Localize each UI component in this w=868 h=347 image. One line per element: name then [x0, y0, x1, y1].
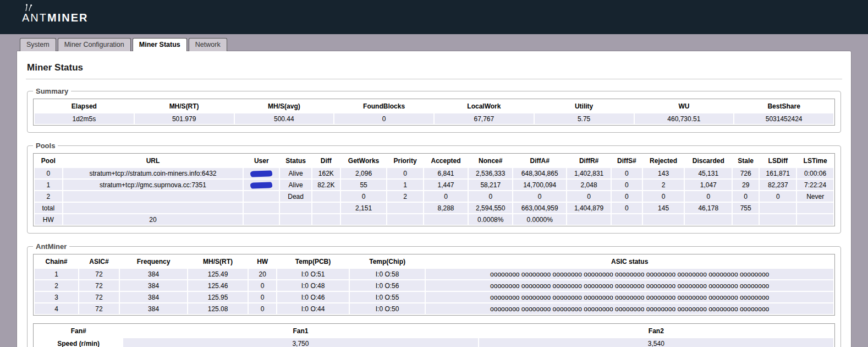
column-header: URL	[63, 155, 243, 167]
column-header: Accepted	[424, 155, 468, 167]
table-cell: 1d2m5s	[35, 113, 134, 124]
tab-miner-configuration[interactable]: Miner Configuration	[58, 38, 131, 51]
tab-miner-status[interactable]: Miner Status	[133, 38, 187, 51]
table-cell	[643, 214, 684, 225]
table-cell: HW	[35, 214, 62, 225]
table-cell: I:0 O:56	[350, 280, 425, 291]
column-header: Rejected	[643, 155, 684, 167]
table-cell: 72	[79, 292, 119, 302]
table-cell: 7:22:24	[797, 180, 833, 190]
table-cell: 2	[35, 280, 78, 291]
table-cell: 2,096	[341, 168, 387, 178]
column-header: WU	[635, 100, 734, 112]
table-cell: stratum+tcp://gmc.suprnova.cc:7351	[63, 180, 243, 190]
table-cell: stratum+tcp://stratum.coin-miners.info:6…	[63, 168, 243, 178]
table-cell: oooooooo oooooooo oooooooo oooooooo oooo…	[426, 269, 833, 279]
table-cell: 0.0008%	[469, 214, 512, 225]
table-cell: 0	[685, 191, 732, 202]
table-cell: 726	[733, 168, 759, 178]
table-cell: I:0 O:48	[277, 280, 348, 291]
column-header: Fan2	[479, 325, 833, 337]
table-cell: 0	[733, 191, 759, 202]
table-cell: Speed (r/min)	[35, 338, 122, 347]
table-cell: 0:00:06	[797, 168, 833, 178]
column-header: MH/S(RT)	[188, 256, 248, 268]
table-cell: 5031452424	[734, 113, 833, 124]
table-cell: 46,178	[685, 203, 732, 213]
table-cell	[63, 203, 243, 213]
header-row: ElapsedMH/S(RT)MH/S(avg)FoundBlocksLocal…	[35, 100, 833, 112]
column-header: HW	[249, 256, 276, 268]
column-header: DiffS#	[612, 155, 642, 167]
table-cell: 0	[760, 191, 796, 202]
pools-table: PoolURLUserStatusDiffGetWorksPriorityAcc…	[33, 153, 835, 226]
table-cell: 2	[387, 191, 422, 202]
table-cell: 125.08	[188, 303, 248, 314]
table-cell: 125.46	[188, 280, 248, 291]
table-cell: 2	[35, 191, 62, 202]
column-header: Elapsed	[35, 100, 134, 112]
table-cell: 460,730.51	[635, 113, 734, 124]
column-header: LSDiff	[760, 155, 796, 167]
table-cell: 648,304,865	[513, 168, 566, 178]
table-row: 1stratum+tcp://gmc.suprnova.cc:7351Alive…	[35, 180, 833, 190]
table-cell: 162K	[312, 168, 340, 178]
tab-network[interactable]: Network	[189, 38, 227, 51]
table-cell: 0.0000%	[513, 214, 566, 225]
table-cell: oooooooo oooooooo oooooooo oooooooo oooo…	[426, 292, 833, 302]
table-cell: 0	[612, 180, 642, 190]
table-cell-user-redacted	[244, 168, 279, 178]
table-cell: 0	[643, 191, 684, 202]
table-cell: 0	[612, 191, 642, 202]
table-cell: 145	[643, 203, 684, 213]
column-header: LocalWork	[435, 100, 534, 112]
antminer-logo: ANTMINER	[22, 4, 868, 23]
column-header: Status	[280, 155, 311, 167]
column-header: DiffR#	[567, 155, 611, 167]
column-header: Stale	[733, 155, 759, 167]
table-cell	[244, 203, 279, 213]
header-row: PoolURLUserStatusDiffGetWorksPriorityAcc…	[35, 155, 833, 167]
header-row: Chain#ASIC#FrequencyMH/S(RT)HWTemp(PCB)T…	[35, 256, 833, 268]
table-cell: 3	[35, 292, 78, 302]
table-cell: 14,700,094	[513, 180, 566, 190]
table-cell	[280, 203, 311, 213]
page-title: Miner Status	[27, 62, 841, 73]
column-header: Discarded	[685, 155, 732, 167]
table-cell: 8,288	[424, 203, 468, 213]
table-cell	[312, 203, 340, 213]
table-row: HW200.0008%0.0000%	[35, 214, 833, 225]
tab-system[interactable]: System	[20, 38, 56, 51]
table-cell	[424, 214, 468, 225]
table-cell: 58,217	[469, 180, 512, 190]
table-cell	[341, 214, 387, 225]
chains-table: Chain#ASIC#FrequencyMH/S(RT)HWTemp(PCB)T…	[33, 254, 835, 316]
column-header: Temp(Chip)	[350, 256, 425, 268]
column-header: LSTime	[797, 155, 833, 167]
table-cell: 0	[612, 168, 642, 178]
table-cell: 82.2K	[312, 180, 340, 190]
column-header: Frequency	[120, 256, 187, 268]
table-row: Speed (r/min)3,7503,540	[35, 338, 833, 347]
table-cell: 72	[79, 269, 119, 279]
column-header: Fan#	[35, 325, 122, 337]
table-cell: I:0 O:46	[277, 292, 348, 302]
column-header: ASIC status	[426, 256, 833, 268]
table-cell: Alive	[280, 180, 311, 190]
table-cell: 29	[733, 180, 759, 190]
antminer-section: AntMiner Chain#ASIC#FrequencyMH/S(RT)HWT…	[27, 242, 841, 347]
table-cell	[312, 191, 340, 202]
table-cell	[733, 214, 759, 225]
column-header: Chain#	[35, 256, 78, 268]
table-cell	[797, 214, 833, 225]
antminer-legend: AntMiner	[33, 242, 69, 251]
column-header: Pool	[35, 155, 62, 167]
table-cell: I:0 O:58	[350, 269, 425, 279]
table-cell	[612, 214, 642, 225]
column-header: Priority	[387, 155, 422, 167]
table-row: 172384125.4920I:0 O:51I:0 O:58oooooooo o…	[35, 269, 833, 279]
logo-text: ANTMINER	[22, 12, 868, 23]
table-cell: 82,237	[760, 180, 796, 190]
table-cell	[312, 214, 340, 225]
table-cell: 45,131	[685, 168, 732, 178]
